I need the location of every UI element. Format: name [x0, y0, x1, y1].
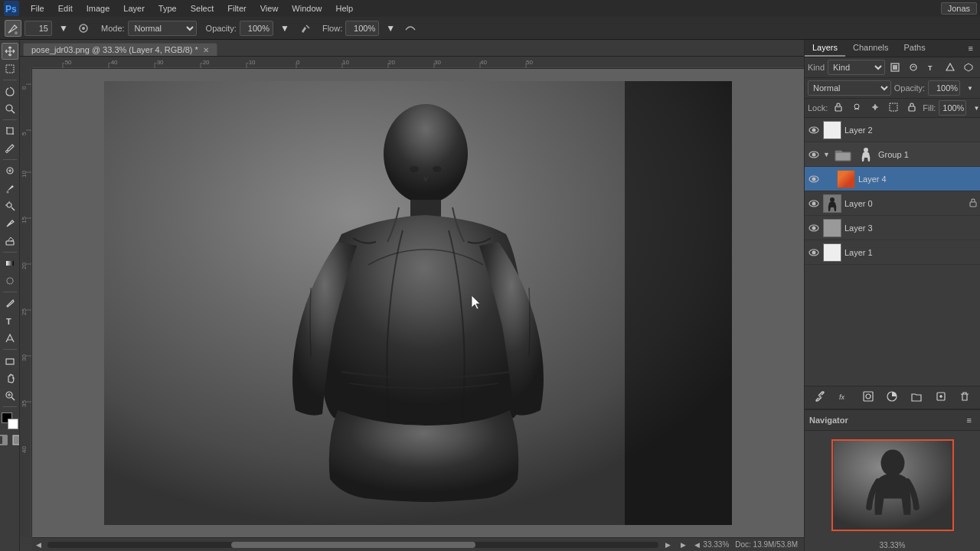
navigator-options[interactable]: ≡: [963, 412, 975, 428]
smoothing-toggle[interactable]: [402, 20, 419, 37]
menu-window[interactable]: Window: [286, 2, 328, 15]
opacity-picker[interactable]: ▼: [276, 20, 293, 37]
brush-tool-icon[interactable]: [5, 20, 21, 37]
document-tab[interactable]: pose_jdr03.png @ 33.3% (Layer 4, RGB/8) …: [23, 43, 217, 56]
horizontal-scrollbar[interactable]: ◀ ▶ ▶ ◀ 33.33% Doc: 13.9M/53.8M: [32, 537, 804, 551]
opacity-input[interactable]: [240, 21, 273, 36]
layer-visibility-layer2[interactable]: [808, 124, 820, 136]
fill-dropdown[interactable]: ▼: [969, 100, 980, 116]
lock-transparent-pixels[interactable]: [831, 101, 846, 115]
layer-item-layer2[interactable]: Layer 2: [805, 118, 980, 142]
menu-help[interactable]: Help: [329, 2, 359, 15]
layer-thumbnail-layer1: [823, 243, 841, 262]
eraser-tool[interactable]: [2, 233, 18, 249]
pen-tool[interactable]: [2, 295, 18, 311]
layer-visibility-layer0[interactable]: [808, 197, 820, 210]
lock-position[interactable]: [867, 101, 883, 115]
filter-smartobj-icon[interactable]: [960, 60, 977, 75]
layer-mask-button[interactable]: [860, 390, 877, 406]
menu-file[interactable]: File: [24, 2, 51, 15]
layer-new-button[interactable]: [933, 390, 949, 406]
layer-delete-button[interactable]: [956, 390, 973, 406]
menu-type[interactable]: Type: [152, 2, 183, 15]
filter-adjustment-icon[interactable]: [905, 60, 922, 75]
brush-preset-picker[interactable]: [75, 20, 92, 37]
foreground-background-color[interactable]: [2, 412, 18, 429]
filter-shape-icon[interactable]: [942, 60, 959, 75]
flow-picker[interactable]: ▼: [382, 20, 399, 37]
crop-tool[interactable]: [2, 122, 18, 139]
quick-select-tool[interactable]: [2, 100, 18, 117]
menu-layer[interactable]: Layer: [117, 2, 151, 15]
shape-tool[interactable]: [2, 352, 18, 369]
navigator-thumbnail[interactable]: [831, 439, 954, 531]
scroll-thumb[interactable]: [231, 542, 475, 548]
brush-size-input[interactable]: [24, 21, 52, 36]
scroll-track[interactable]: [47, 542, 658, 548]
quick-mask-off[interactable]: [0, 433, 9, 447]
layer-fx-button[interactable]: fx: [835, 390, 852, 406]
layer-link-button[interactable]: [812, 390, 828, 406]
document-close-button[interactable]: ✕: [203, 46, 209, 54]
layer-visibility-group1[interactable]: [808, 148, 820, 161]
layer-opacity-input[interactable]: [928, 80, 960, 96]
menu-edit[interactable]: Edit: [52, 2, 79, 15]
panel-options[interactable]: ≡: [965, 41, 977, 56]
menu-view[interactable]: View: [254, 2, 285, 15]
airbrush-toggle[interactable]: [296, 20, 313, 37]
layer-adjustment-button[interactable]: [884, 390, 900, 406]
filter-pixel-icon[interactable]: [887, 60, 903, 75]
scroll-right-arrow[interactable]: ▶: [662, 539, 674, 551]
layer-group-button[interactable]: [908, 390, 925, 406]
spot-heal-tool[interactable]: [2, 162, 18, 179]
group-expand-arrow[interactable]: ▼: [823, 151, 831, 158]
opacity-dropdown[interactable]: ▼: [963, 80, 977, 96]
layer-visibility-layer4[interactable]: [808, 173, 820, 185]
move-tool[interactable]: [2, 43, 18, 60]
layer-item-layer1[interactable]: Layer 1: [805, 240, 980, 265]
layer-blend-mode-select[interactable]: Normal Multiply Screen: [808, 80, 891, 96]
tab-layers[interactable]: Layers: [805, 40, 845, 57]
marquee-tool[interactable]: [2, 60, 18, 77]
lock-all[interactable]: [904, 101, 920, 115]
layer-visibility-layer3[interactable]: [808, 222, 820, 234]
filter-type-icon[interactable]: T: [923, 60, 940, 75]
tab-paths[interactable]: Paths: [897, 40, 933, 57]
lock-image-pixels[interactable]: [849, 101, 864, 115]
layer-item-layer3[interactable]: Layer 3: [805, 216, 980, 240]
blur-tool[interactable]: [2, 272, 18, 289]
brush-size-picker[interactable]: ▼: [55, 20, 72, 37]
flow-input[interactable]: [345, 21, 379, 36]
menu-image[interactable]: Image: [80, 2, 116, 15]
timeline-play[interactable]: ▶: [677, 539, 689, 551]
layer-kind-select[interactable]: Kind: [828, 60, 885, 75]
lasso-tool[interactable]: [2, 83, 18, 99]
eyedropper-tool[interactable]: [2, 140, 18, 157]
menu-filter[interactable]: Filter: [221, 2, 252, 15]
quick-mask-on[interactable]: [11, 433, 21, 447]
tab-channels[interactable]: Channels: [845, 40, 896, 57]
svg-rect-74: [837, 106, 840, 108]
type-tool[interactable]: T: [2, 312, 18, 329]
layer-fill-input[interactable]: [939, 100, 966, 116]
scroll-left-arrow[interactable]: ◀: [32, 539, 44, 551]
hand-tool[interactable]: [2, 370, 18, 386]
layer-item-layer0[interactable]: Layer 0: [805, 191, 980, 216]
layer-item-group1[interactable]: ▼ Group 1: [805, 142, 980, 167]
background-color[interactable]: [8, 419, 18, 429]
path-select-tool[interactable]: [2, 330, 18, 347]
user-account[interactable]: Jonas: [941, 2, 977, 15]
layer-visibility-layer1[interactable]: [808, 246, 820, 259]
timeline-prev[interactable]: ◀: [691, 539, 703, 551]
history-brush-tool[interactable]: [2, 215, 18, 232]
lock-artboard[interactable]: [886, 101, 901, 115]
menu-select[interactable]: Select: [185, 2, 220, 15]
canvas-viewport[interactable]: [32, 69, 804, 537]
blend-mode-select[interactable]: Normal Multiply Screen Overlay: [128, 21, 197, 36]
clone-stamp-tool[interactable]: [2, 197, 18, 214]
svg-text:T: T: [6, 317, 11, 326]
zoom-tool[interactable]: [2, 387, 18, 404]
brush-tool[interactable]: [2, 180, 18, 197]
layer-item-layer4[interactable]: Layer 4: [805, 167, 980, 191]
gradient-tool[interactable]: [2, 255, 18, 272]
